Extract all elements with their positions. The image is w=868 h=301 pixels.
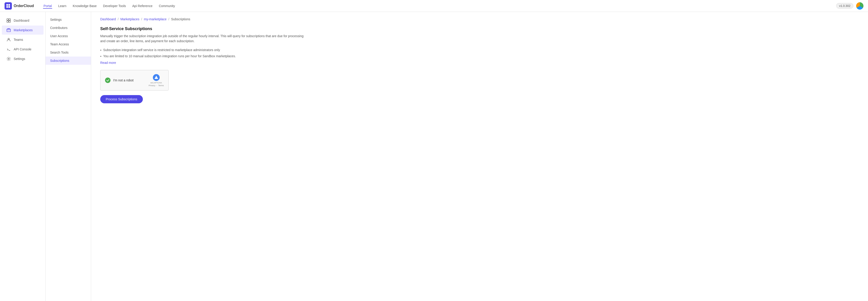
recaptcha-terms-link[interactable]: Terms	[158, 84, 164, 87]
avatar-inner	[856, 2, 863, 9]
secondary-item-contributors[interactable]: Contributors	[45, 24, 91, 32]
nav-developer-tools[interactable]: Developer Tools	[102, 3, 126, 9]
bullet-list: Subscription integration self service is…	[100, 48, 305, 59]
recaptcha-box[interactable]: I'm not a robot reCAPTCHA Privacy - Term…	[100, 70, 168, 90]
secondary-sidebar: Settings Contributors User Access Team A…	[45, 12, 91, 301]
marketplaces-icon	[6, 28, 11, 32]
svg-rect-0	[6, 4, 8, 6]
svg-rect-5	[9, 19, 10, 20]
secondary-label-team-access: Team Access	[50, 43, 69, 46]
teams-icon	[6, 37, 11, 42]
secondary-item-team-access[interactable]: Team Access	[45, 40, 91, 48]
bullet-item-1: Subscription integration self service is…	[100, 48, 305, 53]
breadcrumb-sep-1: /	[118, 17, 119, 21]
logo[interactable]: OrderCloud	[5, 2, 34, 9]
sidebar-label-teams: Teams	[14, 38, 23, 42]
sidebar-item-marketplaces[interactable]: Marketplaces	[2, 26, 43, 35]
settings-icon	[6, 57, 11, 61]
svg-rect-4	[7, 19, 8, 20]
svg-point-9	[8, 38, 9, 40]
secondary-label-contributors: Contributors	[50, 26, 67, 30]
section-desc: Manually trigger the subscription integr…	[100, 33, 305, 44]
svg-rect-8	[7, 29, 10, 32]
secondary-item-user-access[interactable]: User Access	[45, 32, 91, 40]
top-nav: OrderCloud Portal Learn Knowledge Base D…	[0, 0, 868, 12]
main-content: Dashboard / Marketplaces / my-marketplac…	[91, 12, 868, 301]
logo-icon	[5, 2, 12, 9]
secondary-label-subscriptions: Subscriptions	[50, 59, 69, 62]
svg-rect-3	[8, 6, 10, 8]
nav-right: v1.0.302	[836, 2, 863, 9]
sidebar-item-teams[interactable]: Teams	[2, 35, 43, 44]
breadcrumb-my-marketplace[interactable]: my-marketplace	[144, 17, 167, 21]
recaptcha-privacy-link[interactable]: Privacy	[149, 84, 155, 87]
avatar[interactable]	[856, 2, 863, 9]
recaptcha-badge-text: reCAPTCHA	[150, 82, 162, 84]
nav-community[interactable]: Community	[158, 3, 176, 9]
breadcrumb-sep-3: /	[168, 17, 169, 21]
recaptcha-logo: reCAPTCHA Privacy - Terms	[149, 74, 164, 87]
bullet-text-1: Subscription integration self service is…	[103, 48, 220, 52]
bullet-text-2: You are limited to 10 manual subscriptio…	[103, 54, 236, 59]
read-more-link[interactable]: Read more	[100, 61, 116, 64]
sidebar-item-api-console[interactable]: API Console	[2, 45, 43, 54]
sidebar-label-settings: Settings	[14, 57, 25, 61]
check-circle-icon	[105, 78, 111, 83]
sidebar-label-marketplaces: Marketplaces	[14, 28, 33, 32]
secondary-item-subscriptions[interactable]: Subscriptions	[45, 57, 91, 65]
sidebar-label-api-console: API Console	[14, 48, 31, 51]
recaptcha-left: I'm not a robot	[105, 78, 133, 83]
secondary-label-search-tools: Search Tools	[50, 51, 69, 54]
logo-text: OrderCloud	[14, 4, 34, 8]
svg-point-10	[8, 58, 9, 59]
secondary-item-settings[interactable]: Settings	[45, 16, 91, 24]
console-icon	[6, 47, 11, 52]
breadcrumb: Dashboard / Marketplaces / my-marketplac…	[100, 17, 859, 21]
secondary-item-search-tools[interactable]: Search Tools	[45, 48, 91, 57]
svg-rect-7	[9, 21, 10, 22]
section-title: Self-Service Subscriptions	[100, 26, 305, 31]
sidebar-item-dashboard[interactable]: Dashboard	[2, 16, 43, 25]
nav-portal[interactable]: Portal	[43, 3, 53, 9]
layout: Dashboard Marketplaces Teams	[0, 12, 868, 301]
sidebar-item-settings[interactable]: Settings	[2, 54, 43, 63]
svg-rect-6	[7, 21, 8, 22]
bullet-item-2: You are limited to 10 manual subscriptio…	[100, 54, 305, 59]
secondary-label-user-access: User Access	[50, 34, 68, 38]
recaptcha-label: I'm not a robot	[113, 78, 133, 82]
svg-rect-2	[6, 6, 8, 8]
breadcrumb-subscriptions: Subscriptions	[171, 17, 190, 21]
sidebar-label-dashboard: Dashboard	[14, 19, 29, 22]
grid-icon	[6, 18, 11, 23]
left-sidebar: Dashboard Marketplaces Teams	[0, 12, 45, 301]
nav-learn[interactable]: Learn	[58, 3, 67, 9]
content-section: Self-Service Subscriptions Manually trig…	[100, 26, 305, 103]
svg-rect-1	[8, 4, 10, 6]
breadcrumb-sep-2: /	[141, 17, 142, 21]
version-badge: v1.0.302	[836, 3, 854, 9]
nav-api-reference[interactable]: Api Reference	[132, 3, 153, 9]
recaptcha-links: Privacy - Terms	[149, 84, 164, 87]
recaptcha-icon	[153, 74, 160, 81]
nav-knowledge-base[interactable]: Knowledge Base	[72, 3, 97, 9]
secondary-label-settings: Settings	[50, 18, 62, 22]
breadcrumb-dashboard[interactable]: Dashboard	[100, 17, 116, 21]
process-subscriptions-button[interactable]: Process Subscriptions	[100, 95, 143, 103]
breadcrumb-marketplaces[interactable]: Marketplaces	[120, 17, 139, 21]
